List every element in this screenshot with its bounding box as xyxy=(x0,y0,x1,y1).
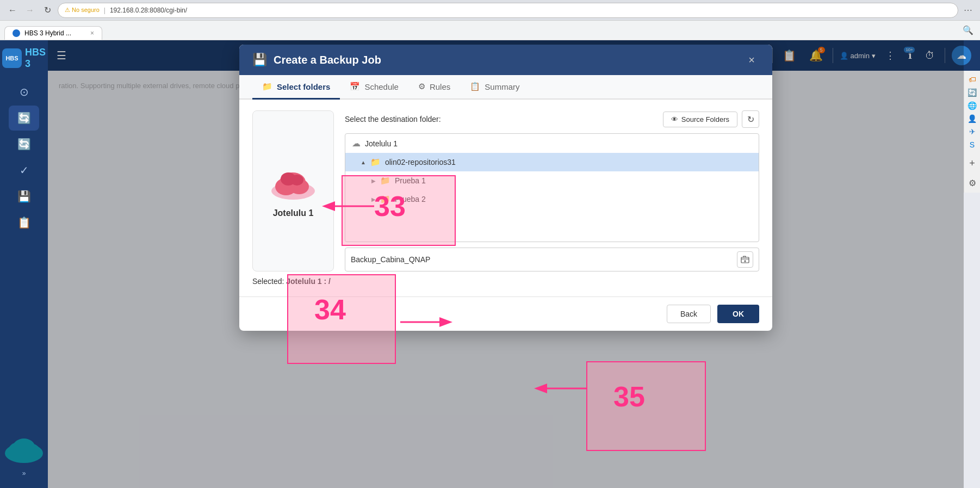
svg-point-9 xyxy=(290,175,303,186)
selected-path: Jotelulu 1 : / xyxy=(286,277,331,286)
right-panel-icon-5[interactable]: ✈ xyxy=(969,127,976,136)
right-panel-icon-6[interactable]: S xyxy=(970,140,975,149)
add-btn[interactable]: + xyxy=(969,158,975,169)
prueba1-folder-icon: 📁 xyxy=(380,176,390,186)
nav-refresh-btn[interactable]: ↻ xyxy=(40,3,54,17)
schedule-icon: 📅 xyxy=(350,82,360,91)
folder-tree: ☁ Jotelulu 1 ▲ 📁 olin02-repositorios31 xyxy=(345,133,759,242)
cloud-service-panel: Jotelulu 1 xyxy=(252,110,334,271)
sidebar-item-sync[interactable]: 🔄 xyxy=(9,106,39,131)
select-folders-label: Select folders xyxy=(277,82,330,91)
prueba2-folder-icon: 📁 xyxy=(380,194,390,204)
svg-point-3 xyxy=(13,438,35,455)
sidebar-item-backup[interactable]: 🔄 xyxy=(9,132,39,157)
sidebar-item-tasks[interactable]: ✓ xyxy=(9,158,39,183)
modal-body: Jotelulu 1 Select the destination folder… xyxy=(239,100,772,296)
tab-close-btn[interactable]: × xyxy=(90,29,94,37)
security-warning: ⚠ No seguro xyxy=(65,7,100,14)
cloud-root-icon: ☁ xyxy=(352,138,361,149)
modal-title: Create a Backup Job xyxy=(274,54,737,66)
app-logo-icon: HBS xyxy=(2,48,22,68)
summary-icon: 📋 xyxy=(470,82,480,91)
tree-item-olin02[interactable]: ▲ 📁 olin02-repositorios31 xyxy=(345,153,759,171)
tree-item-prueba2[interactable]: ▶ 📁 Prueba 2 xyxy=(345,190,759,208)
tree-olin02-label: olin02-repositorios31 xyxy=(385,158,456,166)
right-panel-icon-4[interactable]: 👤 xyxy=(967,114,977,123)
modal-close-btn[interactable]: × xyxy=(744,52,759,67)
tree-prueba1-label: Prueba 1 xyxy=(395,176,426,185)
modal-footer: Back OK xyxy=(239,296,772,331)
refresh-tree-btn[interactable]: ↻ xyxy=(742,110,759,128)
prueba1-toggle-icon: ▶ xyxy=(371,178,376,184)
schedule-label: Schedule xyxy=(364,82,399,91)
tree-item-prueba1[interactable]: ▶ 📁 Prueba 1 xyxy=(345,171,759,190)
tree-cloud-root-label: Jotelulu 1 xyxy=(365,139,398,148)
tab-label: HBS 3 Hybrid ... xyxy=(24,29,71,37)
new-folder-input[interactable] xyxy=(351,255,733,264)
tab-schedule[interactable]: 📅 Schedule xyxy=(340,75,408,100)
olin02-folder-icon: 📁 xyxy=(370,157,381,167)
select-folders-icon: 📁 xyxy=(262,82,272,91)
right-panel-icon-2[interactable]: 🔄 xyxy=(967,88,977,97)
ok-btn[interactable]: OK xyxy=(717,305,759,323)
tree-item-cloud-root[interactable]: ☁ Jotelulu 1 xyxy=(345,134,759,153)
right-panel-icon-1[interactable]: 🏷 xyxy=(969,75,976,84)
source-folders-eye-icon: 👁 xyxy=(671,115,678,123)
teal-cloud-decoration xyxy=(2,431,46,464)
tree-prueba2-label: Prueba 2 xyxy=(395,195,426,203)
nav-forward-btn[interactable]: → xyxy=(23,3,37,17)
app-title: HBS 3 xyxy=(25,47,46,70)
settings-icon[interactable]: ⚙ xyxy=(969,178,976,188)
sidebar-item-storage[interactable]: 💾 xyxy=(9,184,39,209)
cloud-service-icon xyxy=(269,164,318,202)
cloud-service-name: Jotelulu 1 xyxy=(273,208,314,218)
summary-label: Summary xyxy=(485,82,519,91)
rules-label: Rules xyxy=(430,82,450,91)
create-backup-job-modal: 💾 Create a Backup Job × 📁 Select folders… xyxy=(239,45,772,331)
nav-back-btn[interactable]: ← xyxy=(5,3,20,17)
prueba2-toggle-icon: ▶ xyxy=(371,196,376,202)
olin02-toggle-icon: ▲ xyxy=(361,159,366,165)
address-url: 192.168.0.28:8080/cgi-bin/ xyxy=(110,7,187,14)
sidebar-expand-btn[interactable]: » xyxy=(18,465,30,481)
sidebar: HBS HBS 3 ⊙ 🔄 🔄 ✓ 💾 📋 » xyxy=(0,40,48,488)
destination-label: Select the destination folder: xyxy=(345,115,441,123)
source-folders-btn[interactable]: 👁 Source Folders xyxy=(663,112,737,127)
search-icon-top[interactable]: 🔍 xyxy=(960,22,976,38)
modal-header: 💾 Create a Backup Job × xyxy=(239,45,772,75)
selected-info: Selected: Jotelulu 1 : / xyxy=(252,277,759,286)
browser-more-btn[interactable]: ⋯ xyxy=(962,3,975,17)
tab-select-folders[interactable]: 📁 Select folders xyxy=(252,75,340,100)
modal-overlay: 💾 Create a Backup Job × 📁 Select folders… xyxy=(48,40,964,488)
right-panel-icon-3[interactable]: 🌐 xyxy=(967,101,977,110)
tab-rules[interactable]: ⚙ Rules xyxy=(408,75,460,100)
modal-tabs: 📁 Select folders 📅 Schedule ⚙ Rules 📋 Su… xyxy=(239,75,772,100)
new-folder-area xyxy=(345,248,759,271)
rules-icon: ⚙ xyxy=(418,82,425,91)
sidebar-item-dashboard[interactable]: ⊙ xyxy=(9,79,39,104)
back-btn[interactable]: Back xyxy=(667,305,711,323)
sidebar-item-logs[interactable]: 📋 xyxy=(9,210,39,235)
modal-header-icon: 💾 xyxy=(252,53,267,67)
create-folder-btn[interactable] xyxy=(737,251,753,268)
tab-summary[interactable]: 📋 Summary xyxy=(460,75,529,100)
browser-tab[interactable]: HBS 3 Hybrid ... × xyxy=(4,26,102,40)
